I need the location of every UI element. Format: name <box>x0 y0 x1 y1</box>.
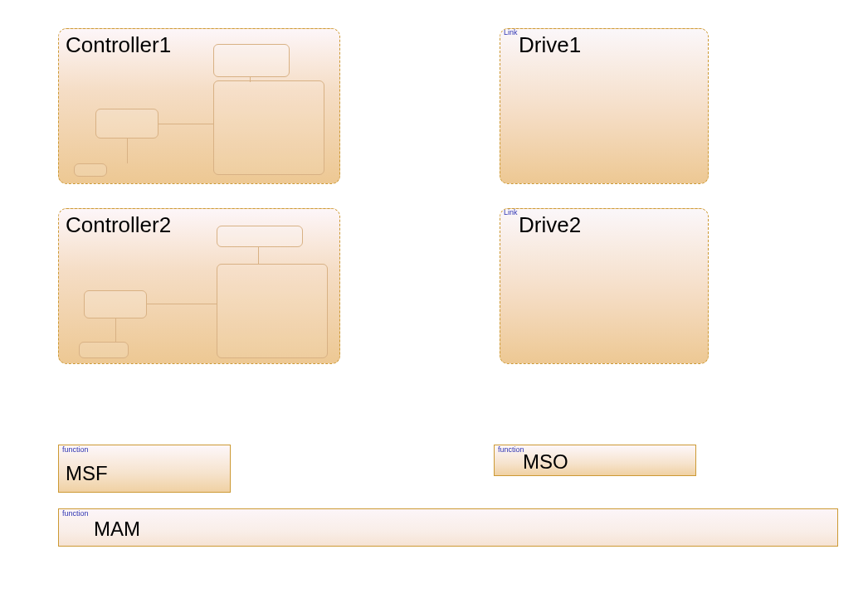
msf-title: MSF <box>66 462 108 485</box>
small-node <box>217 226 303 247</box>
connector-line <box>158 124 213 124</box>
large-node <box>217 264 328 358</box>
mso-block[interactable]: function MSO <box>494 445 696 476</box>
controller1-block[interactable]: Controller1 <box>58 28 340 184</box>
drive1-title: Drive1 <box>519 32 581 58</box>
function-tag: function <box>62 509 89 518</box>
controller1-title: Controller1 <box>66 32 171 58</box>
link-tag: Link <box>504 28 518 36</box>
function-tag: function <box>62 445 89 454</box>
link-tag: Link <box>504 208 518 216</box>
mid-node <box>84 290 147 318</box>
mso-title: MSO <box>523 450 568 474</box>
mid-node <box>95 109 158 139</box>
mam-title: MAM <box>94 518 140 541</box>
connector-line <box>127 139 128 163</box>
connector-line <box>147 304 217 304</box>
controller2-block[interactable]: Controller2 <box>58 208 340 364</box>
large-node <box>213 80 324 175</box>
small-node <box>213 44 290 77</box>
function-tag: function <box>498 445 524 454</box>
msf-block[interactable]: function MSF <box>58 445 231 493</box>
connector-line <box>115 318 116 342</box>
connector-line <box>258 247 259 264</box>
drive1-block[interactable]: Link Drive1 <box>500 28 709 184</box>
mam-block[interactable]: function MAM <box>58 508 838 547</box>
small-node-bottom <box>79 342 129 358</box>
drive2-block[interactable]: Link Drive2 <box>500 208 709 364</box>
drive2-title: Drive2 <box>519 212 581 238</box>
controller2-title: Controller2 <box>66 212 171 238</box>
small-node-bottom <box>74 163 107 177</box>
connector-line <box>250 77 251 82</box>
